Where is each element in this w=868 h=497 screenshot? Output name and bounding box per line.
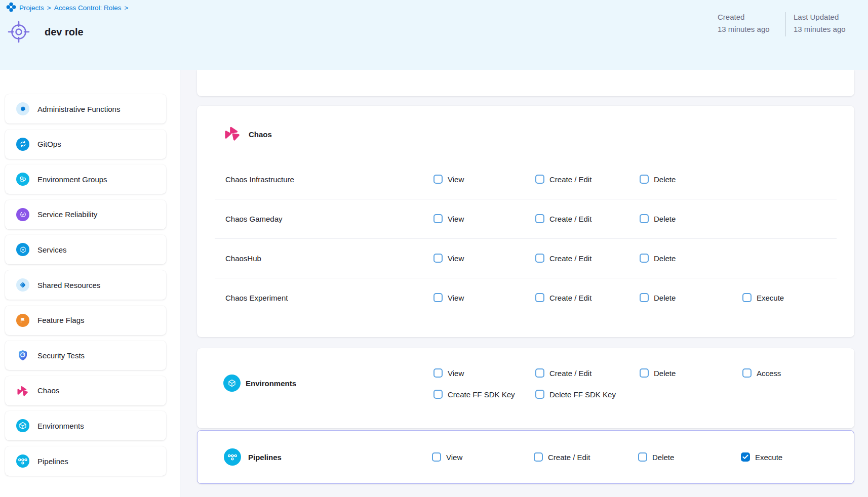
breadcrumb-access-control-roles[interactable]: Access Control: Roles	[54, 4, 122, 12]
permission-create-edit[interactable]: Create / Edit	[534, 452, 590, 462]
section-title: Chaos	[249, 130, 272, 139]
checkbox-unchecked[interactable]	[433, 368, 443, 378]
security-tests-icon	[16, 349, 29, 362]
permission-delete[interactable]: Delete	[640, 293, 676, 302]
checkbox-unchecked[interactable]	[640, 175, 649, 184]
breadcrumb-projects[interactable]: Projects	[19, 4, 44, 12]
projects-icon	[6, 2, 16, 14]
permission-row-chaos-gameday: Chaos GamedayViewCreate / EditDelete	[197, 199, 854, 238]
previous-section-card	[197, 70, 854, 96]
checkbox-unchecked[interactable]	[534, 452, 543, 462]
environments-permission-row-1: ViewCreate / EditDeleteAccess	[225, 363, 854, 383]
permission-row-chaoshub: ChaosHubViewCreate / EditDelete	[197, 238, 854, 278]
checkbox-label: Execute	[757, 294, 784, 302]
sidebar-item-label: GitOps	[37, 140, 61, 148]
checkbox-label: Create / Edit	[548, 453, 590, 462]
checkbox-label: Delete	[654, 215, 676, 223]
chaos-section-header: Chaos	[223, 124, 272, 144]
sidebar-item-label: Environment Groups	[37, 175, 107, 184]
checkbox-unchecked[interactable]	[432, 452, 441, 462]
permission-create-edit[interactable]: Create / Edit	[535, 254, 591, 263]
checkbox-unchecked[interactable]	[433, 175, 443, 184]
role-target-icon	[7, 20, 30, 44]
permission-create-edit[interactable]: Create / Edit	[535, 214, 591, 223]
service-reliability-icon	[16, 208, 29, 221]
permission-view[interactable]: View	[432, 452, 462, 462]
resource-label: Chaos Infrastructure	[225, 175, 433, 184]
pipelines-section-card[interactable]: Pipelines ViewCreate / EditDeleteExecute	[197, 430, 854, 484]
last-updated-label: Last Updated	[794, 11, 846, 23]
checkbox-unchecked[interactable]	[742, 368, 752, 378]
sidebar-item-chaos[interactable]: Chaos	[5, 376, 166, 405]
sidebar-item-feature-flags[interactable]: Feature Flags	[5, 306, 166, 335]
checkbox-label: Delete	[652, 453, 674, 462]
meta-divider	[785, 12, 786, 36]
checkbox-unchecked[interactable]	[640, 214, 649, 223]
chaos-icon	[223, 124, 242, 144]
permission-view[interactable]: View	[433, 214, 464, 223]
permission-view[interactable]: View	[433, 254, 464, 263]
checkbox-label: View	[448, 294, 464, 302]
sidebar-item-service-reliability[interactable]: Service Reliability	[5, 200, 166, 229]
sidebar-item-security-tests[interactable]: Security Tests	[5, 341, 166, 370]
sidebar-item-gitops[interactable]: GitOps	[5, 130, 166, 159]
checkbox-label: Create / Edit	[549, 369, 591, 378]
checkbox-checked[interactable]	[741, 452, 750, 462]
checkbox-label: View	[448, 175, 464, 184]
sidebar-item-administrative-functions[interactable]: Administrative Functions	[5, 94, 166, 123]
permission-create-edit[interactable]: Create / Edit	[535, 368, 591, 378]
permission-view[interactable]: View	[433, 175, 464, 184]
sidebar-item-services[interactable]: Services	[5, 235, 166, 264]
checkbox-unchecked[interactable]	[638, 452, 647, 462]
checkbox-unchecked[interactable]	[535, 390, 544, 399]
permission-execute[interactable]: Execute	[741, 452, 782, 462]
permission-create-ff-sdk-key[interactable]: Create FF SDK Key	[433, 390, 515, 399]
permission-row-chaos-experiment: Chaos ExperimentViewCreate / EditDeleteE…	[197, 278, 854, 317]
environments-icon	[16, 419, 29, 432]
permission-delete[interactable]: Delete	[640, 368, 676, 378]
chaos-section-card: Chaos Chaos InfrastructureViewCreate / E…	[197, 106, 854, 337]
sidebar-item-pipelines[interactable]: Pipelines	[5, 446, 166, 476]
permission-delete[interactable]: Delete	[640, 214, 676, 223]
permission-view[interactable]: View	[433, 368, 464, 378]
permission-execute[interactable]: Execute	[742, 293, 784, 302]
permission-view[interactable]: View	[433, 293, 464, 302]
checkbox-unchecked[interactable]	[433, 390, 443, 399]
permission-access[interactable]: Access	[742, 368, 781, 378]
resource-label: Chaos Gameday	[225, 215, 433, 223]
created-label: Created	[718, 11, 770, 23]
checkbox-label: Create / Edit	[549, 254, 591, 263]
sidebar-item-label: Shared Resources	[37, 281, 100, 289]
sidebar-item-label: Security Tests	[37, 351, 85, 360]
permission-create-edit[interactable]: Create / Edit	[535, 293, 591, 302]
checkbox-unchecked[interactable]	[535, 293, 544, 302]
gitops-icon	[16, 138, 29, 151]
checkbox-unchecked[interactable]	[433, 293, 443, 302]
checkbox-unchecked[interactable]	[535, 175, 544, 184]
checkbox-unchecked[interactable]	[535, 368, 544, 378]
created-value: 13 minutes ago	[718, 23, 770, 35]
checkbox-unchecked[interactable]	[640, 293, 649, 302]
checkbox-unchecked[interactable]	[640, 254, 649, 263]
permission-delete[interactable]: Delete	[640, 254, 676, 263]
checkbox-label: Create FF SDK Key	[448, 390, 515, 399]
sidebar-item-environments[interactable]: Environments	[5, 411, 166, 440]
sidebar-item-label: Service Reliability	[37, 210, 97, 219]
sidebar-item-environment-groups[interactable]: Environment Groups	[5, 164, 166, 194]
sidebar-item-shared-resources[interactable]: Shared Resources	[5, 270, 166, 300]
checkbox-label: Create / Edit	[549, 175, 591, 184]
checkbox-unchecked[interactable]	[433, 214, 443, 223]
permission-delete-ff-sdk-key[interactable]: Delete FF SDK Key	[535, 390, 616, 399]
permission-delete[interactable]: Delete	[638, 452, 674, 462]
checkbox-unchecked[interactable]	[640, 368, 649, 378]
permission-row-chaos-infrastructure: Chaos InfrastructureViewCreate / EditDel…	[197, 159, 854, 199]
environment-groups-icon	[16, 173, 29, 186]
breadcrumb-separator: >	[47, 4, 51, 12]
sidebar-item-label: Environments	[37, 422, 84, 430]
checkbox-unchecked[interactable]	[535, 214, 544, 223]
checkbox-unchecked[interactable]	[535, 254, 544, 263]
checkbox-unchecked[interactable]	[433, 254, 443, 263]
permission-delete[interactable]: Delete	[640, 175, 676, 184]
permission-create-edit[interactable]: Create / Edit	[535, 175, 591, 184]
checkbox-unchecked[interactable]	[742, 293, 752, 302]
